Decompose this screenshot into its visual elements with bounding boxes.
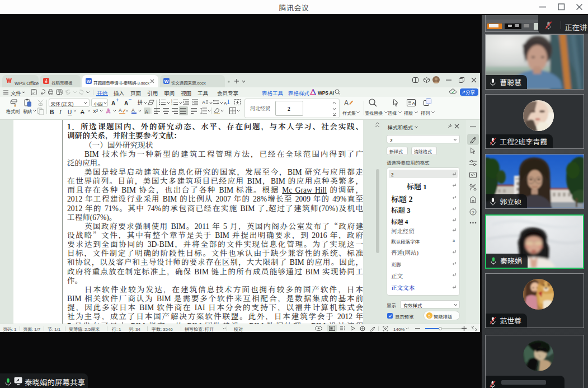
svg-text:A: A <box>224 101 227 105</box>
svg-text:A: A <box>106 108 110 114</box>
svg-text:5: 5 <box>428 314 431 319</box>
svg-text:A: A <box>344 99 349 107</box>
svg-text:A: A <box>131 107 135 113</box>
svg-text:W: W <box>87 79 91 84</box>
svg-text:3: 3 <box>171 104 172 105</box>
svg-text:W: W <box>164 79 169 84</box>
svg-text:?: ? <box>472 210 474 215</box>
svg-text:A: A <box>412 101 416 106</box>
svg-text:A: A <box>119 107 122 113</box>
svg-text:A: A <box>202 100 205 105</box>
svg-text:a: a <box>453 239 455 242</box>
